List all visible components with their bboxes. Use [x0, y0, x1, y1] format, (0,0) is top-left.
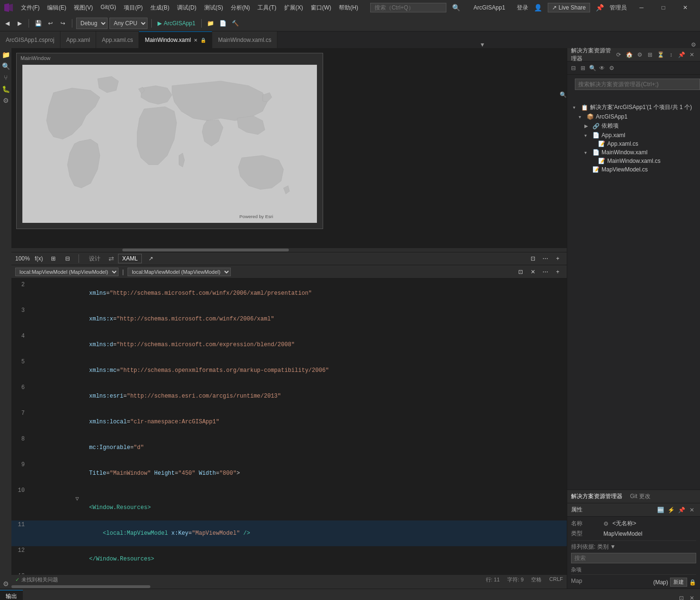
- menu-git[interactable]: Git(G): [97, 2, 120, 14]
- more-code-btn[interactable]: ⋯: [540, 267, 551, 277]
- redo-button[interactable]: ↪: [58, 18, 68, 29]
- menu-test[interactable]: 测试(S): [200, 2, 227, 14]
- code-h-scrollbar[interactable]: [11, 585, 567, 589]
- close-button[interactable]: ✕: [674, 0, 696, 15]
- user-icon: 👤: [534, 4, 542, 11]
- config-select[interactable]: Debug: [76, 18, 108, 29]
- error-indicator[interactable]: ✓ 未找到相关问题: [15, 576, 58, 583]
- menu-edit[interactable]: 编辑(E): [43, 2, 70, 14]
- tabs-overflow-button[interactable]: ▼: [476, 41, 489, 48]
- close-panel-btn[interactable]: ✕: [688, 50, 696, 59]
- undo-button[interactable]: ↩: [45, 18, 56, 29]
- open-folder-button[interactable]: 📁: [206, 18, 216, 29]
- tab-mainwindow-xaml-cs[interactable]: MainWindow.xaml.cs: [212, 31, 277, 48]
- tab-csproj[interactable]: ArcGISApp1.csproj: [0, 31, 60, 48]
- preview-btn[interactable]: 👁: [598, 64, 606, 72]
- platform-select[interactable]: Any CPU: [109, 18, 148, 29]
- login-button[interactable]: 登录: [517, 4, 528, 12]
- more-btn[interactable]: ⋯: [540, 253, 551, 264]
- float-btn[interactable]: ⊡: [677, 594, 686, 600]
- tabs-settings-button[interactable]: ⚙: [687, 41, 700, 48]
- scope-select-left[interactable]: local:MapViewModel (MapViewModel): [15, 268, 118, 276]
- activity-search[interactable]: 🔍: [1, 61, 10, 71]
- design-tab[interactable]: 设计: [85, 253, 105, 264]
- solution-explorer-tab[interactable]: 解决方案资源管理器: [567, 490, 626, 502]
- menu-analyze[interactable]: 分析(N): [227, 2, 254, 14]
- output-tab[interactable]: 输出: [0, 590, 23, 600]
- tree-app-xaml[interactable]: ▾ 📄 App.xaml: [567, 131, 700, 140]
- add-code-btn[interactable]: +: [552, 267, 563, 277]
- new-file-button[interactable]: 📄: [218, 18, 228, 29]
- tree-search-icon[interactable]: 🔍: [560, 91, 567, 98]
- xaml-tab[interactable]: XAML: [118, 254, 142, 263]
- split-editor-btn[interactable]: ⊡: [515, 267, 526, 277]
- close-props-btn[interactable]: ✕: [688, 506, 696, 514]
- unpin-btn[interactable]: 📌: [677, 50, 686, 59]
- live-share-button[interactable]: ↗ Live Share: [548, 3, 590, 12]
- scope-select-right[interactable]: local:MapViewModel (MapViewModel): [128, 268, 231, 276]
- menu-tools[interactable]: 工具(T): [254, 2, 280, 14]
- new-map-button[interactable]: 新建: [670, 578, 687, 587]
- prop-search-input[interactable]: [571, 553, 696, 563]
- h-scrollbar-thumb[interactable]: [122, 249, 289, 251]
- build-button[interactable]: 🔨: [230, 18, 241, 29]
- open-new-tab-btn[interactable]: ↗: [146, 253, 156, 264]
- save-button[interactable]: 💾: [33, 18, 43, 29]
- forward-button[interactable]: ▶: [14, 18, 25, 29]
- search-input[interactable]: [370, 3, 446, 12]
- refresh-btn[interactable]: ⟳: [614, 50, 623, 59]
- grid-small-btn[interactable]: ⊞: [48, 253, 59, 264]
- tab-app-xaml[interactable]: App.xaml: [60, 31, 96, 48]
- tree-project[interactable]: ▾ 📦 ArcGISApp1: [567, 112, 700, 121]
- menu-file[interactable]: 文件(F): [17, 2, 43, 14]
- menu-extensions[interactable]: 扩展(X): [280, 2, 307, 14]
- tree-app-xaml-cs[interactable]: 📝 App.xaml.cs: [567, 140, 700, 148]
- filter-btn[interactable]: ⊞: [646, 50, 654, 59]
- maximize-button[interactable]: □: [652, 0, 674, 15]
- add-btn[interactable]: +: [552, 253, 563, 264]
- tree-mainwindow-xaml-cs[interactable]: 📝 MainWindow.xaml.cs: [567, 157, 700, 165]
- tree-mapviewmodel[interactable]: 📝 MapViewModel.cs: [567, 165, 700, 174]
- close-bottom-btn[interactable]: ✕: [688, 594, 696, 600]
- home-btn[interactable]: 🏠: [625, 50, 633, 59]
- tab-mainwindow-xaml[interactable]: MainWindow.xaml ✕ 🔒: [139, 31, 212, 48]
- menu-project[interactable]: 项目(P): [120, 2, 147, 14]
- pin-props-btn[interactable]: 📌: [677, 506, 686, 514]
- expand-all-btn[interactable]: ⊞: [579, 64, 587, 72]
- pending2-btn[interactable]: ⚙: [607, 64, 616, 72]
- tree-solution-root[interactable]: ▾ 📋 解决方案'ArcGISApp1'(1 个项目/共 1 个): [567, 102, 700, 112]
- zoom-function-btn[interactable]: f(x): [34, 253, 44, 264]
- menu-build[interactable]: 生成(B): [147, 2, 173, 14]
- activity-extensions[interactable]: ⚙: [1, 96, 10, 105]
- settings-btn[interactable]: ⚙: [635, 50, 644, 59]
- activity-settings[interactable]: ⚙: [1, 579, 10, 589]
- h-scrollbar[interactable]: [11, 248, 567, 252]
- menu-window[interactable]: 窗口(W): [307, 2, 335, 14]
- run-button[interactable]: ▶ ArcGISApp1: [156, 19, 197, 28]
- back-button[interactable]: ◀: [2, 18, 12, 29]
- activity-git[interactable]: ⑂: [1, 73, 10, 82]
- menu-debug[interactable]: 调试(D): [173, 2, 200, 14]
- tree-search-input[interactable]: [575, 79, 700, 90]
- activity-explorer[interactable]: 📁: [1, 50, 10, 60]
- code-h-thumb[interactable]: [11, 585, 150, 588]
- close-code-btn[interactable]: ✕: [528, 267, 538, 277]
- tree-mainwindow-xaml[interactable]: ▾ 📄 MainWindow.xaml: [567, 148, 700, 157]
- sort-alpha-btn[interactable]: 🔤: [656, 506, 665, 514]
- tab-app-xaml-cs[interactable]: App.xaml.cs: [96, 31, 139, 48]
- sync-btn[interactable]: ↕: [667, 50, 675, 59]
- menu-view[interactable]: 视图(V): [70, 2, 97, 14]
- tree-dependencies[interactable]: ▶ 🔗 依赖项: [567, 121, 700, 131]
- code-content[interactable]: 2 xmlns="http://schemas.microsoft.com/wi…: [11, 279, 567, 574]
- tab-mainwindow-xaml-close[interactable]: ✕: [194, 38, 197, 43]
- split-btn[interactable]: ⊡: [528, 253, 538, 264]
- pending-btn[interactable]: ⏳: [656, 50, 665, 59]
- menu-help[interactable]: 帮助(H): [335, 2, 362, 14]
- collapse-all-btn[interactable]: ⊟: [569, 64, 578, 72]
- minimize-button[interactable]: ─: [631, 0, 652, 15]
- filter-tree-btn[interactable]: 🔍: [588, 64, 597, 72]
- activity-debug[interactable]: 🐛: [1, 84, 10, 94]
- git-changes-tab[interactable]: Git 更改: [626, 490, 654, 502]
- grid-large-btn[interactable]: ⊟: [62, 253, 73, 264]
- sort-cat-btn[interactable]: ⚡: [667, 506, 675, 514]
